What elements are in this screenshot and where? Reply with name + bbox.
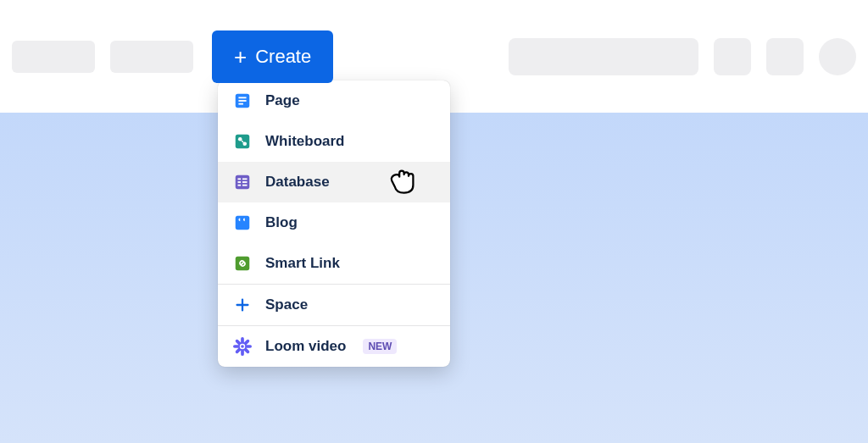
placeholder-search[interactable] xyxy=(509,38,698,75)
create-dropdown: Page Whiteboard Database xyxy=(218,80,450,367)
menu-item-whiteboard[interactable]: Whiteboard xyxy=(218,121,450,162)
svg-rect-9 xyxy=(242,178,248,180)
menu-item-loom[interactable]: Loom video NEW xyxy=(218,326,450,367)
svg-rect-13 xyxy=(242,185,248,186)
topbar: + Create xyxy=(0,0,868,113)
menu-item-label: Whiteboard xyxy=(265,133,345,150)
create-label: Create xyxy=(255,46,311,68)
whiteboard-icon xyxy=(233,132,252,151)
placeholder-action-2[interactable] xyxy=(766,38,804,75)
svg-rect-14 xyxy=(236,216,250,230)
menu-item-label: Loom video xyxy=(265,338,346,355)
new-badge: NEW xyxy=(363,339,397,354)
menu-item-label: Database xyxy=(265,174,330,191)
placeholder-nav xyxy=(110,41,193,73)
svg-rect-8 xyxy=(238,178,242,180)
blog-icon xyxy=(233,213,252,232)
menu-group-2: Space xyxy=(218,285,450,326)
menu-item-smartlink[interactable]: Smart Link xyxy=(218,243,450,284)
svg-point-6 xyxy=(242,141,247,146)
menu-item-blog[interactable]: Blog xyxy=(218,202,450,243)
menu-item-label: Space xyxy=(265,296,308,313)
loom-icon xyxy=(233,337,252,356)
menu-item-label: Smart Link xyxy=(265,255,340,272)
svg-point-18 xyxy=(241,345,244,348)
plus-icon: + xyxy=(234,46,247,68)
menu-item-space[interactable]: Space xyxy=(218,285,450,325)
database-icon xyxy=(233,173,252,191)
svg-point-5 xyxy=(238,137,242,141)
menu-item-database[interactable]: Database xyxy=(218,162,450,202)
link-icon xyxy=(233,254,252,273)
create-button[interactable]: + Create xyxy=(212,30,333,83)
svg-rect-10 xyxy=(238,181,242,183)
placeholder-logo xyxy=(12,41,95,73)
placeholder-avatar[interactable] xyxy=(819,38,856,75)
placeholder-action-1[interactable] xyxy=(714,38,751,75)
svg-rect-12 xyxy=(238,185,242,186)
menu-item-label: Blog xyxy=(265,214,298,231)
svg-rect-11 xyxy=(242,181,248,183)
plus-icon xyxy=(233,296,252,314)
cursor-icon xyxy=(386,167,416,201)
menu-group-3: Loom video NEW xyxy=(218,326,450,367)
